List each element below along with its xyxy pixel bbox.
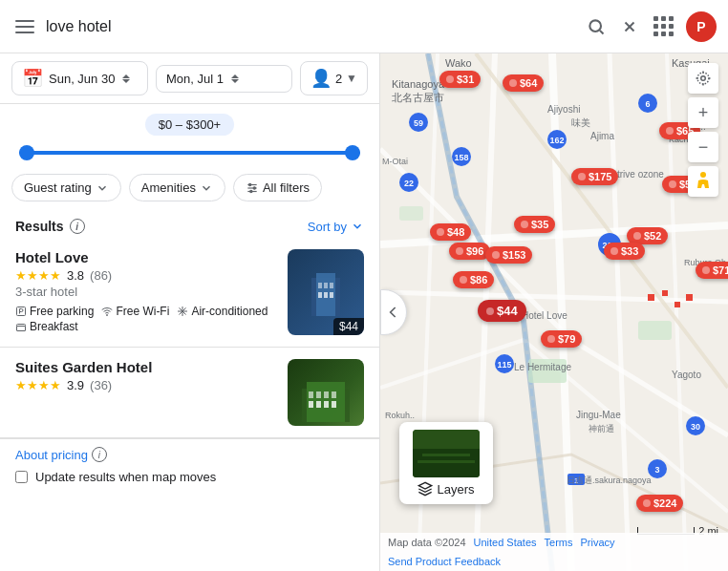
slider-thumb-min[interactable] (19, 145, 34, 160)
ac-icon (177, 306, 188, 317)
layers-button[interactable]: Layers (399, 422, 493, 504)
locate-me-button[interactable] (688, 63, 718, 94)
header-right-icons: P (650, 11, 717, 42)
hotel-type-1: 3-star hotel (15, 285, 276, 299)
map-pin-79[interactable]: $79 (541, 330, 582, 348)
breakfast-icon (15, 321, 27, 332)
price-slider[interactable] (15, 143, 364, 162)
sort-by-label: Sort by (308, 220, 347, 234)
hotel-rating-row-2: ★★★★ 3.9 (36) (15, 378, 276, 392)
map-pin-96[interactable]: $96 (449, 243, 490, 260)
svg-text:日吉通.sakura.nagoya: 日吉通.sakura.nagoya (567, 476, 652, 485)
hotel-info-2: Suites Garden Hotel ★★★★ 3.9 (36) (15, 359, 276, 394)
map-controls: + − (688, 63, 718, 197)
map-dot-1 (648, 294, 654, 301)
svg-point-78 (697, 73, 709, 84)
guests-picker[interactable]: 👤 2 ▼ (300, 61, 368, 95)
svg-text:6: 6 (645, 99, 650, 109)
hotel-rating-num-2: 3.9 (67, 378, 84, 392)
map-pin-31[interactable]: $31 (439, 71, 481, 88)
map-pin-71[interactable]: $71 (696, 262, 728, 279)
checkin-date-label: Sun, Jun 30 (49, 72, 115, 86)
hotel2-svg (297, 374, 354, 422)
svg-text:神前通: 神前通 (589, 424, 614, 434)
svg-point-11 (107, 315, 108, 316)
map-pin-35[interactable]: $35 (514, 216, 555, 233)
hamburger-icon (15, 20, 34, 33)
hotel-card-1[interactable]: Hotel Love ★★★★ 3.8 (86) 3-star hotel Fr… (0, 238, 379, 348)
map-link-privacy[interactable]: Privacy (581, 537, 615, 548)
svg-line-1 (600, 30, 604, 33)
svg-text:59: 59 (414, 118, 423, 128)
pricing-info-icon[interactable]: i (92, 447, 107, 462)
hotel-info-1: Hotel Love ★★★★ 3.8 (86) 3-star hotel Fr… (15, 249, 276, 335)
svg-point-79 (700, 172, 706, 178)
svg-text:北名古屋市: 北名古屋市 (392, 92, 444, 103)
map-pin-64[interactable]: $64 (503, 74, 544, 92)
map-link-us[interactable]: United States (474, 537, 537, 548)
svg-text:味美: 味美 (571, 117, 590, 128)
svg-point-7 (248, 183, 250, 185)
layers-icon (418, 481, 433, 497)
update-results-checkbox[interactable] (15, 471, 28, 483)
map-pin-224[interactable]: $224 (636, 495, 683, 512)
svg-text:162: 162 (549, 136, 564, 145)
about-pricing-link[interactable]: About pricing i (15, 447, 364, 462)
zoom-in-button[interactable]: + (688, 97, 718, 128)
building-svg (307, 268, 345, 316)
svg-text:22: 22 (404, 179, 414, 188)
guest-rating-chip[interactable]: Guest rating (11, 174, 121, 201)
map-pin-175[interactable]: $175 (571, 168, 618, 185)
map-dot-4 (686, 294, 693, 301)
map-dot-2 (662, 290, 668, 296)
checkout-arrow (231, 74, 239, 83)
map-pin-86[interactable]: $86 (453, 271, 494, 288)
svg-text:Kitanagoya: Kitanagoya (392, 78, 445, 90)
svg-rect-20 (330, 283, 333, 288)
clear-button[interactable] (617, 14, 642, 39)
guests-chevron-icon: ▼ (346, 72, 357, 85)
checkin-date-picker[interactable]: 📅 Sun, Jun 30 (11, 61, 148, 95)
checkin-arrow (122, 74, 130, 83)
svg-rect-26 (332, 401, 336, 408)
amenity-breakfast: Breakfast (15, 320, 78, 333)
svg-rect-23 (309, 401, 313, 408)
hotel-rating-num-1: 3.8 (67, 268, 84, 283)
svg-text:Le Hermitage: Le Hermitage (514, 362, 571, 372)
update-results-label: Update results when map moves (35, 470, 216, 484)
map-pin-153[interactable]: $153 (485, 246, 532, 264)
zoom-out-button[interactable]: − (688, 132, 718, 162)
hotel-card-2[interactable]: Suites Garden Hotel ★★★★ 3.9 (36) (0, 348, 379, 438)
chevron-down-icon (200, 181, 213, 195)
svg-text:Ajiyoshi: Ajiyoshi (547, 104, 580, 115)
layers-preview (413, 430, 480, 477)
all-filters-label: All filters (263, 180, 310, 195)
results-info-icon[interactable]: i (70, 219, 85, 234)
checkout-date-picker[interactable]: Mon, Jul 1 (156, 65, 292, 93)
amenities-chip[interactable]: Amenities (129, 174, 225, 201)
map-pin-44-selected[interactable]: $44 (478, 300, 526, 322)
map-pin-48[interactable]: $48 (430, 223, 471, 241)
avatar[interactable]: P (686, 11, 717, 42)
sort-by-button[interactable]: Sort by (308, 220, 364, 234)
svg-rect-29 (324, 391, 329, 398)
layers-label: Layers (418, 481, 474, 497)
slider-thumb-max[interactable] (345, 145, 360, 160)
all-filters-chip[interactable]: All filters (233, 174, 322, 201)
svg-text:115: 115 (497, 360, 511, 370)
search-input[interactable] (46, 18, 575, 35)
svg-rect-27 (309, 391, 313, 398)
map-pin-33[interactable]: $33 (604, 243, 645, 260)
map-link-terms[interactable]: Terms (545, 537, 573, 548)
pegman-button[interactable] (688, 166, 718, 197)
map-footer: Map data ©2024 United States Terms Priva… (380, 533, 728, 571)
map-data-credit: Map data ©2024 (388, 537, 466, 548)
hotel-name-2: Suites Garden Hotel (15, 359, 276, 375)
results-label: Results (15, 219, 64, 234)
svg-text:trive ozone: trive ozone (617, 169, 664, 180)
map-link-feedback[interactable]: Send Product Feedback (388, 556, 501, 567)
search-button[interactable] (583, 13, 610, 40)
svg-rect-19 (324, 283, 328, 288)
apps-button[interactable] (650, 12, 678, 41)
hamburger-button[interactable] (11, 16, 38, 37)
